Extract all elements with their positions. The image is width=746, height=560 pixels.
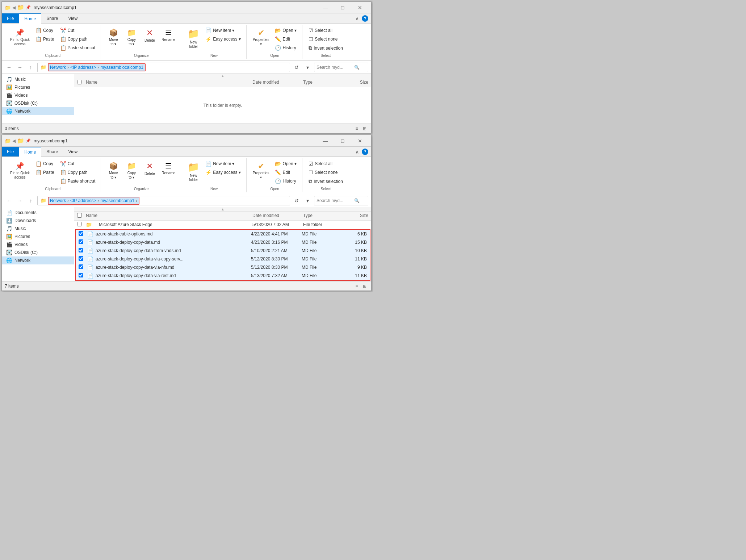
lower-sidebar-pictures[interactable]: 🖼️ Pictures	[2, 233, 74, 241]
upper-sidebar-videos[interactable]: 🎬 Videos	[2, 91, 74, 99]
lower-minimize-btn[interactable]: —	[317, 135, 334, 147]
lower-collapse-ribbon-btn[interactable]: ∧	[355, 149, 359, 155]
lower-move-to-btn[interactable]: 📦 Moveto ▾	[105, 160, 122, 181]
lower-sidebar-network[interactable]: 🌐 Network	[2, 256, 74, 264]
lower-sidebar-videos[interactable]: 🎬 Videos	[2, 241, 74, 248]
upper-dropdown-btn[interactable]: ▾	[303, 63, 312, 72]
lower-delete-btn[interactable]: ✕ Delete	[141, 160, 158, 178]
upper-refresh-btn[interactable]: ↺	[292, 63, 301, 72]
lower-dropdown-btn[interactable]: ▾	[303, 196, 312, 205]
lower-col-type[interactable]: Type	[303, 213, 339, 219]
lower-sidebar-osdisk[interactable]: 💽 OSDisk (C:)	[2, 248, 74, 256]
upper-paste-shortcut-btn[interactable]: 📋 Paste shortcut	[58, 44, 98, 52]
lower-file-row-azure-stack-edge[interactable]: 📁 __Microsoft Azure Stack Edge__ 5/13/20…	[74, 221, 371, 229]
lower-col-check[interactable]	[77, 213, 86, 219]
lower-path-ip[interactable]: <IP address>	[70, 198, 96, 203]
lower-col-size[interactable]: Size	[339, 213, 368, 219]
lower-copy-path-btn[interactable]: 📋 Copy path	[58, 168, 98, 176]
upper-close-btn[interactable]: ✕	[352, 2, 368, 13]
upper-sidebar-network[interactable]: 🌐 Network	[2, 107, 74, 115]
lower-tab-file[interactable]: File	[2, 147, 19, 156]
upper-edit-btn[interactable]: ✏️ Edit	[272, 35, 299, 43]
upper-history-btn[interactable]: 🕐 History	[272, 44, 299, 52]
lower-pin-quick-access-btn[interactable]: 📌 Pin to Quickaccess	[8, 160, 32, 181]
lower-new-folder-btn[interactable]: 📁 Newfolder	[185, 160, 202, 184]
upper-select-all-checkbox[interactable]	[77, 80, 82, 84]
upper-new-folder-btn[interactable]: 📁 Newfolder	[185, 26, 202, 51]
upper-cut-btn[interactable]: ✂️ Cut	[58, 26, 98, 34]
upper-open-btn[interactable]: 📂 Open ▾	[272, 26, 299, 34]
upper-invert-selection-btn[interactable]: ⧉ Invert selection	[306, 44, 345, 52]
upper-path-network[interactable]: Network	[50, 65, 66, 70]
lower-edit-btn[interactable]: ✏️ Edit	[272, 168, 299, 176]
lower-sidebar-downloads[interactable]: ⬇️ Downloads	[2, 217, 74, 225]
upper-col-type[interactable]: Type	[303, 80, 339, 85]
upper-select-none-btn[interactable]: ☐ Select none	[306, 35, 345, 43]
lower-select-none-btn[interactable]: ☐ Select none	[306, 168, 345, 176]
lower-col-name[interactable]: Name	[86, 213, 252, 219]
upper-sidebar-music[interactable]: 🎵 Music	[2, 75, 74, 83]
lower-file-row-1[interactable]: 📄 azure-stack-cable-options.md 4/22/2020…	[76, 230, 370, 238]
upper-path-share[interactable]: myasesmblocalcomp1	[100, 65, 143, 70]
lower-col-date[interactable]: Date modified	[252, 213, 303, 219]
lower-new-item-btn[interactable]: 📄 New item ▾	[203, 160, 243, 168]
upper-up-btn[interactable]: ↑	[26, 63, 35, 72]
lower-cut-btn[interactable]: ✂️ Cut	[58, 160, 98, 168]
upper-tab-view[interactable]: View	[63, 13, 83, 23]
upper-sidebar-pictures[interactable]: 🖼️ Pictures	[2, 83, 74, 91]
lower-tab-view[interactable]: View	[63, 147, 83, 156]
lower-details-view-btn[interactable]: ≡	[353, 283, 360, 290]
upper-collapse-ribbon-btn[interactable]: ∧	[355, 16, 359, 21]
lower-tab-share[interactable]: Share	[41, 147, 63, 156]
lower-maximize-btn[interactable]: □	[334, 135, 351, 147]
lower-easy-access-btn[interactable]: ⚡ Easy access ▾	[203, 168, 243, 176]
lower-help-btn[interactable]: ?	[362, 149, 368, 155]
upper-paste-btn[interactable]: 📋 Paste	[33, 35, 57, 43]
upper-help-btn[interactable]: ?	[362, 15, 368, 22]
lower-properties-btn[interactable]: ✔ Properties▾	[250, 160, 272, 181]
upper-rename-btn[interactable]: ☰ Rename	[159, 26, 178, 44]
upper-delete-btn[interactable]: ✕ Delete	[141, 26, 158, 45]
upper-details-view-btn[interactable]: ≡	[353, 125, 360, 132]
upper-col-date[interactable]: Date modified	[252, 80, 303, 85]
lower-file-row-4[interactable]: 📄 azure-stack-deploy-copy-data-via-copy-…	[76, 255, 370, 263]
upper-move-to-btn[interactable]: 📦 Moveto ▾	[105, 26, 122, 48]
lower-file-row-5[interactable]: 📄 azure-stack-deploy-copy-data-via-nfs.m…	[76, 263, 370, 272]
upper-col-check[interactable]	[77, 80, 86, 85]
lower-path-share[interactable]: myasesmbcomp1	[100, 198, 134, 203]
lower-copy-btn[interactable]: 📋 Copy	[33, 160, 57, 168]
lower-address-path[interactable]: 📁 Network › <IP address> › myasesmbcomp1…	[37, 196, 290, 205]
lower-select-all-btn[interactable]: ☑ Select all	[306, 160, 345, 168]
upper-forward-btn[interactable]: →	[16, 63, 24, 72]
upper-pin-quick-access-btn[interactable]: 📌 Pin to Quickaccess	[8, 26, 32, 48]
lower-tab-home[interactable]: Home	[19, 147, 41, 157]
upper-back-btn[interactable]: ←	[5, 63, 13, 72]
lower-paste-shortcut-btn[interactable]: 📋 Paste shortcut	[58, 177, 98, 185]
lower-search-box[interactable]: 🔍	[314, 196, 368, 205]
lower-up-btn[interactable]: ↑	[26, 196, 35, 205]
lower-select-all-checkbox[interactable]	[77, 213, 82, 218]
lower-open-btn[interactable]: 📂 Open ▾	[272, 160, 299, 168]
upper-properties-btn[interactable]: ✔ Properties▾	[250, 26, 272, 48]
lower-history-btn[interactable]: 🕐 History	[272, 177, 299, 185]
upper-new-item-btn[interactable]: 📄 New item ▾	[203, 26, 243, 34]
upper-search-box[interactable]: 🔍	[314, 63, 368, 72]
lower-rename-btn[interactable]: ☰ Rename	[159, 160, 178, 177]
upper-col-size[interactable]: Size	[339, 80, 368, 85]
upper-select-all-btn[interactable]: ☑ Select all	[306, 26, 345, 34]
lower-sidebar-music[interactable]: 🎵 Music	[2, 225, 74, 233]
upper-address-path[interactable]: 📁 Network › <IP address> › myasesmblocal…	[37, 63, 290, 72]
upper-tab-home[interactable]: Home	[19, 13, 41, 24]
upper-col-name[interactable]: Name	[86, 80, 252, 85]
lower-close-btn[interactable]: ✕	[352, 135, 368, 147]
upper-tab-share[interactable]: Share	[41, 13, 63, 23]
lower-tiles-view-btn[interactable]: ⊞	[361, 283, 368, 290]
lower-refresh-btn[interactable]: ↺	[292, 196, 301, 205]
upper-path-ip[interactable]: <IP address>	[70, 65, 96, 70]
lower-invert-selection-btn[interactable]: ⧉ Invert selection	[306, 177, 345, 185]
upper-sidebar-osdisk[interactable]: 💽 OSDisk (C:)	[2, 99, 74, 107]
upper-copy-btn[interactable]: 📋 Copy	[33, 26, 57, 34]
lower-copy-to-btn[interactable]: 📁 Copyto ▾	[123, 160, 140, 181]
lower-forward-btn[interactable]: →	[16, 196, 24, 205]
upper-minimize-btn[interactable]: —	[317, 2, 334, 13]
